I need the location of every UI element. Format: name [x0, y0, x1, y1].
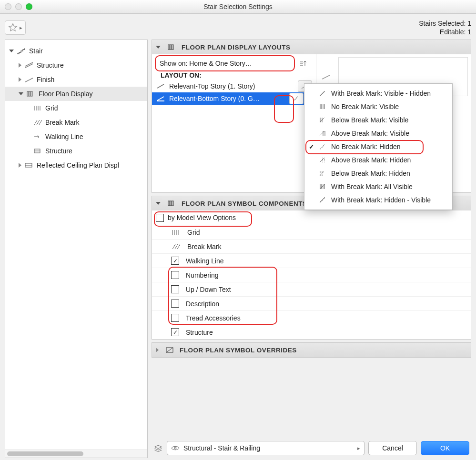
- tree-item-stair[interactable]: Stair: [5, 44, 147, 58]
- checkbox[interactable]: [171, 314, 179, 322]
- component-label: Up / Down Text: [186, 286, 231, 293]
- chevron-right-icon: ▸: [20, 25, 22, 31]
- component-structure[interactable]: Structure: [152, 325, 471, 339]
- svg-rect-10: [172, 201, 173, 206]
- dropdown-label: With Break Mark: Visible - Hidden: [331, 90, 431, 97]
- dropdown-item[interactable]: No Break Mark: Visible: [304, 100, 452, 113]
- component-walking-line[interactable]: Walking Line: [152, 253, 471, 268]
- rcp-icon: [24, 161, 34, 169]
- tree-label: Grid: [45, 104, 58, 112]
- walking-line-icon: [33, 133, 42, 140]
- dropdown-item[interactable]: With Break Mark: All Visible: [304, 180, 452, 193]
- component-up-down-text[interactable]: Up / Down Text: [152, 282, 471, 296]
- editable-label: Editable: 1: [419, 28, 471, 36]
- checkbox[interactable]: [171, 300, 179, 308]
- stairs-selected-label: Stairs Selected: 1: [419, 19, 471, 28]
- dropdown-item[interactable]: ✓No Break Mark: Hidden: [304, 140, 452, 153]
- favorites-button[interactable]: ▸: [5, 20, 26, 35]
- horizontal-scrollbar[interactable]: [5, 450, 147, 458]
- dropdown-item[interactable]: Below Break Mark: Hidden: [304, 167, 452, 180]
- titlebar: Stair Selection Settings: [0, 0, 476, 14]
- component-label: Numbering: [186, 271, 218, 279]
- finish-icon: [24, 76, 34, 83]
- disclosure-icon: [19, 163, 21, 168]
- svg-rect-1: [29, 91, 30, 96]
- tree-label: Walking Line: [45, 133, 83, 140]
- svg-rect-9: [170, 201, 172, 206]
- dropdown-item[interactable]: Above Break Mark: Visible: [304, 127, 452, 140]
- checkbox[interactable]: [171, 271, 179, 279]
- component-grid[interactable]: Grid: [152, 225, 471, 239]
- dropdown-label: Below Break Mark: Hidden: [331, 170, 410, 177]
- plan-icon: [26, 90, 36, 98]
- by-mvo-checkbox-row[interactable]: by Model View Options: [152, 210, 471, 225]
- checkbox[interactable]: [171, 257, 179, 265]
- disclosure-icon: [156, 348, 159, 352]
- button-label: Cancel: [382, 444, 403, 452]
- component-numbering[interactable]: Numbering: [152, 268, 471, 282]
- mvo-label: by Model View Options: [168, 214, 236, 221]
- disclosure-icon: [19, 92, 23, 95]
- button-label: OK: [440, 444, 450, 452]
- tree-item-floor-plan-display[interactable]: Floor Plan Display: [5, 87, 147, 101]
- tree-item-structure[interactable]: Structure: [5, 58, 147, 72]
- tree-label: Reflected Ceiling Plan Displ: [37, 161, 119, 169]
- dialog-footer: Structural - Stair & Railing ▸ Cancel OK: [152, 438, 471, 458]
- ok-button[interactable]: OK: [421, 441, 469, 455]
- section-header-layouts[interactable]: FLOOR PLAN DISPLAY LAYOUTS: [152, 40, 471, 54]
- tree-label: Structure: [37, 61, 64, 69]
- dropdown-item[interactable]: Below Break Mark: Visible: [304, 113, 452, 127]
- layout-row-top-story[interactable]: Relevant-Top Story (1. Story): [152, 80, 316, 92]
- disclosure-icon: [156, 46, 161, 49]
- svg-point-12: [174, 447, 176, 449]
- layout-row-label: Relevant-Top Story (1. Story): [169, 82, 294, 90]
- dropdown-item[interactable]: With Break Mark: Visible - Hidden: [304, 87, 452, 100]
- dropdown-label: Above Break Mark: Visible: [331, 130, 409, 137]
- svg-rect-0: [27, 91, 29, 96]
- cancel-button[interactable]: Cancel: [368, 441, 417, 455]
- selection-status: Stairs Selected: 1 Editable: 1: [419, 19, 471, 36]
- show-on-dropdown[interactable]: Show on: Home & One Story…: [156, 56, 312, 70]
- star-icon: [8, 23, 18, 32]
- layout-row-label: Relevant-Bottom Story (0. G…: [169, 95, 285, 102]
- component-break-mark[interactable]: Break Mark: [152, 239, 471, 253]
- dropdown-item[interactable]: With Break Mark: Hidden - Visible: [304, 193, 452, 207]
- display-mode-button[interactable]: [289, 93, 304, 104]
- disclosure-icon: [9, 50, 14, 52]
- plan-icon: [167, 200, 177, 207]
- svg-rect-2: [31, 91, 32, 96]
- checkbox[interactable]: [171, 328, 179, 336]
- dropdown-label: Above Break Mark: Hidden: [331, 156, 411, 164]
- display-mode-dropdown: With Break Mark: Visible - Hidden No Bre…: [304, 83, 453, 210]
- tree-item-break-mark[interactable]: Break Mark: [5, 115, 147, 130]
- grid-icon: [171, 229, 181, 236]
- story-bottom-icon: [156, 95, 165, 102]
- dropdown-label: No Break Mark: Hidden: [331, 143, 401, 150]
- section-title: FLOOR PLAN SYMBOL OVERRIDES: [180, 347, 297, 354]
- dropdown-label: With Break Mark: All Visible: [331, 183, 413, 190]
- tree-label: Break Mark: [45, 119, 80, 126]
- dropdown-item[interactable]: Above Break Mark: Hidden: [304, 153, 452, 167]
- layer-name: Structural - Stair & Railing: [183, 444, 352, 452]
- tree-item-rcp-display[interactable]: Reflected Ceiling Plan Displ: [5, 158, 147, 172]
- window-title: Stair Selection Settings: [0, 3, 476, 10]
- dropdown-label: With Break Mark: Hidden - Visible: [331, 196, 431, 204]
- dropdown-label: Below Break Mark: Visible: [331, 116, 408, 124]
- layer-dropdown[interactable]: Structural - Stair & Railing ▸: [167, 441, 365, 455]
- tree-item-walking-line[interactable]: Walking Line: [5, 130, 147, 144]
- tree-item-structure-sub[interactable]: Structure: [5, 144, 147, 158]
- plan-icon: [167, 43, 177, 51]
- grid-icon: [33, 104, 42, 112]
- layout-row-bottom-story[interactable]: Relevant-Bottom Story (0. G… ▸: [152, 92, 316, 105]
- component-tread-accessories[interactable]: Tread Accessories: [152, 310, 471, 325]
- overrides-icon: [165, 346, 175, 354]
- checkbox[interactable]: [171, 285, 179, 293]
- component-label: Structure: [186, 329, 213, 336]
- checkbox[interactable]: [156, 214, 164, 222]
- tree-item-grid[interactable]: Grid: [5, 101, 147, 115]
- component-description[interactable]: Description: [152, 296, 471, 310]
- tree-item-finish[interactable]: Finish: [5, 72, 147, 87]
- disclosure-icon: [19, 77, 21, 82]
- component-label: Walking Line: [186, 257, 224, 265]
- section-header-overrides[interactable]: FLOOR PLAN SYMBOL OVERRIDES: [152, 343, 471, 357]
